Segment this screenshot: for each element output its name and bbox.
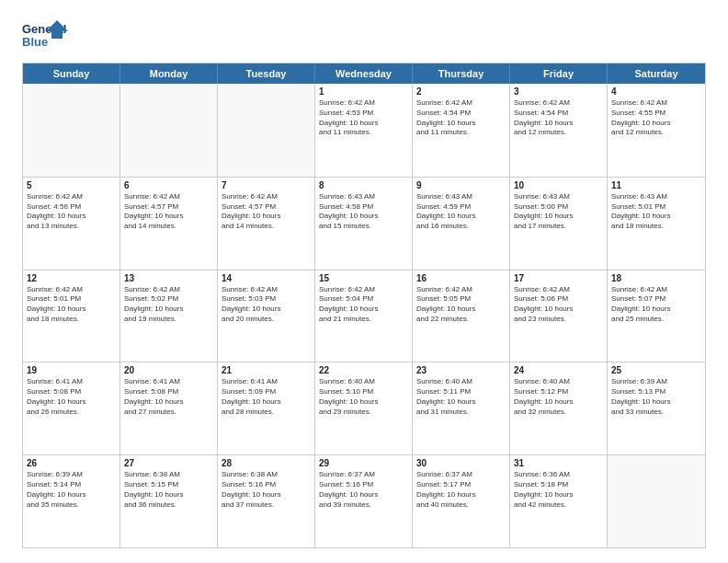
day-number: 13 — [124, 273, 213, 283]
day-info: Sunrise: 6:39 AM Sunset: 5:13 PM Dayligh… — [611, 377, 701, 417]
day-number: 18 — [611, 273, 701, 283]
day-number: 11 — [611, 180, 701, 190]
day-number: 5 — [27, 180, 116, 190]
day-info: Sunrise: 6:37 AM Sunset: 5:17 PM Dayligh… — [416, 470, 506, 510]
day-info: Sunrise: 6:41 AM Sunset: 5:09 PM Dayligh… — [222, 377, 311, 417]
weekday-header-tuesday: Tuesday — [218, 63, 315, 84]
day-number: 8 — [319, 180, 408, 190]
day-info: Sunrise: 6:42 AM Sunset: 4:57 PM Dayligh… — [222, 192, 311, 232]
day-number: 1 — [319, 86, 408, 97]
day-number: 21 — [222, 365, 311, 375]
weekday-header-friday: Friday — [510, 63, 608, 84]
day-cell-9: 9Sunrise: 6:43 AM Sunset: 4:59 PM Daylig… — [413, 178, 510, 270]
day-cell-12: 12Sunrise: 6:42 AM Sunset: 5:01 PM Dayli… — [23, 270, 120, 362]
day-number: 7 — [222, 180, 311, 190]
header: GeneralBlue — [22, 18, 706, 53]
day-info: Sunrise: 6:42 AM Sunset: 4:55 PM Dayligh… — [611, 98, 701, 138]
day-cell-10: 10Sunrise: 6:43 AM Sunset: 5:00 PM Dayli… — [510, 178, 608, 270]
day-info: Sunrise: 6:43 AM Sunset: 5:00 PM Dayligh… — [514, 192, 603, 232]
logo-svg: GeneralBlue — [22, 18, 70, 53]
day-cell-20: 20Sunrise: 6:41 AM Sunset: 5:08 PM Dayli… — [120, 362, 218, 454]
calendar-row-3: 19Sunrise: 6:41 AM Sunset: 5:08 PM Dayli… — [23, 362, 705, 454]
day-info: Sunrise: 6:42 AM Sunset: 5:03 PM Dayligh… — [222, 285, 311, 325]
day-number: 23 — [416, 365, 506, 375]
day-cell-1: 1Sunrise: 6:42 AM Sunset: 4:53 PM Daylig… — [315, 84, 413, 177]
calendar-row-2: 12Sunrise: 6:42 AM Sunset: 5:01 PM Dayli… — [23, 270, 705, 362]
day-number: 10 — [514, 180, 603, 190]
day-cell-8: 8Sunrise: 6:43 AM Sunset: 4:58 PM Daylig… — [315, 178, 413, 270]
calendar-row-4: 26Sunrise: 6:39 AM Sunset: 5:14 PM Dayli… — [23, 454, 705, 547]
empty-cell-0-0 — [23, 84, 120, 177]
day-number: 15 — [319, 273, 408, 283]
day-info: Sunrise: 6:42 AM Sunset: 5:02 PM Dayligh… — [124, 285, 213, 325]
day-cell-17: 17Sunrise: 6:42 AM Sunset: 5:06 PM Dayli… — [510, 270, 608, 362]
day-cell-14: 14Sunrise: 6:42 AM Sunset: 5:03 PM Dayli… — [218, 270, 315, 362]
day-cell-30: 30Sunrise: 6:37 AM Sunset: 5:17 PM Dayli… — [413, 455, 510, 547]
calendar-header: SundayMondayTuesdayWednesdayThursdayFrid… — [23, 63, 705, 84]
day-number: 19 — [27, 365, 116, 375]
calendar: SundayMondayTuesdayWednesdayThursdayFrid… — [22, 63, 706, 548]
day-info: Sunrise: 6:40 AM Sunset: 5:10 PM Dayligh… — [319, 377, 408, 417]
day-cell-21: 21Sunrise: 6:41 AM Sunset: 5:09 PM Dayli… — [218, 362, 315, 454]
day-number: 26 — [27, 458, 116, 468]
day-number: 31 — [514, 458, 603, 468]
svg-text:Blue: Blue — [22, 35, 48, 49]
day-cell-5: 5Sunrise: 6:42 AM Sunset: 4:56 PM Daylig… — [23, 178, 120, 270]
day-info: Sunrise: 6:38 AM Sunset: 5:15 PM Dayligh… — [124, 470, 213, 510]
day-cell-7: 7Sunrise: 6:42 AM Sunset: 4:57 PM Daylig… — [218, 178, 315, 270]
day-cell-19: 19Sunrise: 6:41 AM Sunset: 5:08 PM Dayli… — [23, 362, 120, 454]
day-info: Sunrise: 6:42 AM Sunset: 5:05 PM Dayligh… — [416, 285, 506, 325]
day-info: Sunrise: 6:39 AM Sunset: 5:14 PM Dayligh… — [27, 470, 116, 510]
day-info: Sunrise: 6:42 AM Sunset: 4:54 PM Dayligh… — [416, 98, 506, 138]
empty-cell-0-1 — [120, 84, 218, 177]
day-cell-25: 25Sunrise: 6:39 AM Sunset: 5:13 PM Dayli… — [608, 362, 705, 454]
page: GeneralBlue SundayMondayTuesdayWednesday… — [0, 0, 728, 563]
day-cell-4: 4Sunrise: 6:42 AM Sunset: 4:55 PM Daylig… — [608, 84, 705, 177]
day-info: Sunrise: 6:42 AM Sunset: 5:07 PM Dayligh… — [611, 285, 701, 325]
day-info: Sunrise: 6:42 AM Sunset: 4:53 PM Dayligh… — [319, 98, 408, 138]
day-number: 16 — [416, 273, 506, 283]
calendar-row-1: 5Sunrise: 6:42 AM Sunset: 4:56 PM Daylig… — [23, 177, 705, 270]
day-number: 20 — [124, 365, 213, 375]
day-cell-13: 13Sunrise: 6:42 AM Sunset: 5:02 PM Dayli… — [120, 270, 218, 362]
day-cell-23: 23Sunrise: 6:40 AM Sunset: 5:11 PM Dayli… — [413, 362, 510, 454]
day-number: 29 — [319, 458, 408, 468]
day-info: Sunrise: 6:40 AM Sunset: 5:12 PM Dayligh… — [514, 377, 603, 417]
day-number: 14 — [222, 273, 311, 283]
weekday-header-wednesday: Wednesday — [315, 63, 413, 84]
day-cell-26: 26Sunrise: 6:39 AM Sunset: 5:14 PM Dayli… — [23, 455, 120, 547]
day-info: Sunrise: 6:43 AM Sunset: 4:58 PM Dayligh… — [319, 192, 408, 232]
day-cell-11: 11Sunrise: 6:43 AM Sunset: 5:01 PM Dayli… — [608, 178, 705, 270]
day-info: Sunrise: 6:42 AM Sunset: 5:04 PM Dayligh… — [319, 285, 408, 325]
day-info: Sunrise: 6:42 AM Sunset: 5:06 PM Dayligh… — [514, 285, 603, 325]
day-number: 4 — [611, 86, 701, 97]
day-cell-27: 27Sunrise: 6:38 AM Sunset: 5:15 PM Dayli… — [120, 455, 218, 547]
day-cell-24: 24Sunrise: 6:40 AM Sunset: 5:12 PM Dayli… — [510, 362, 608, 454]
day-info: Sunrise: 6:37 AM Sunset: 5:16 PM Dayligh… — [319, 470, 408, 510]
day-number: 24 — [514, 365, 603, 375]
day-number: 6 — [124, 180, 213, 190]
weekday-header-saturday: Saturday — [608, 63, 705, 84]
calendar-row-0: 1Sunrise: 6:42 AM Sunset: 4:53 PM Daylig… — [23, 84, 705, 177]
day-info: Sunrise: 6:42 AM Sunset: 4:57 PM Dayligh… — [124, 192, 213, 232]
calendar-body: 1Sunrise: 6:42 AM Sunset: 4:53 PM Daylig… — [23, 84, 705, 547]
day-info: Sunrise: 6:43 AM Sunset: 4:59 PM Dayligh… — [416, 192, 506, 232]
day-info: Sunrise: 6:42 AM Sunset: 4:56 PM Dayligh… — [27, 192, 116, 232]
weekday-header-monday: Monday — [120, 63, 218, 84]
day-number: 9 — [416, 180, 506, 190]
day-number: 22 — [319, 365, 408, 375]
day-cell-15: 15Sunrise: 6:42 AM Sunset: 5:04 PM Dayli… — [315, 270, 413, 362]
day-cell-28: 28Sunrise: 6:38 AM Sunset: 5:16 PM Dayli… — [218, 455, 315, 547]
day-cell-6: 6Sunrise: 6:42 AM Sunset: 4:57 PM Daylig… — [120, 178, 218, 270]
empty-cell-0-2 — [218, 84, 315, 177]
day-cell-2: 2Sunrise: 6:42 AM Sunset: 4:54 PM Daylig… — [413, 84, 510, 177]
day-number: 30 — [416, 458, 506, 468]
day-cell-31: 31Sunrise: 6:36 AM Sunset: 5:18 PM Dayli… — [510, 455, 608, 547]
day-info: Sunrise: 6:43 AM Sunset: 5:01 PM Dayligh… — [611, 192, 701, 232]
logo: GeneralBlue — [22, 18, 70, 53]
weekday-header-sunday: Sunday — [23, 63, 120, 84]
day-number: 27 — [124, 458, 213, 468]
day-number: 28 — [222, 458, 311, 468]
day-number: 25 — [611, 365, 701, 375]
day-info: Sunrise: 6:40 AM Sunset: 5:11 PM Dayligh… — [416, 377, 506, 417]
